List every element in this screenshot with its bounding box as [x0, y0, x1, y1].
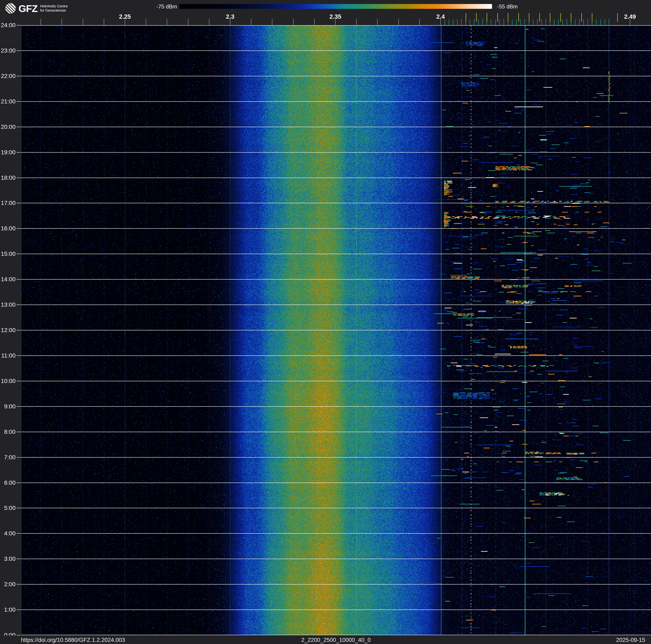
ble-channel-tick [453, 19, 454, 25]
time-axis-label: 12:00 [0, 327, 16, 333]
ble-channel-tick [575, 19, 576, 25]
gfz-subtitle-line1: Helmholtz Centre [40, 4, 68, 8]
time-axis-tick [17, 330, 21, 330]
time-axis-tick [17, 355, 21, 356]
time-axis-tick [17, 51, 21, 51]
freq-tick [356, 19, 356, 25]
freq-tick [630, 19, 630, 25]
ble-channel-tick [596, 19, 596, 25]
time-axis-tick [17, 101, 21, 102]
time-axis-label: 4:00 [0, 530, 16, 536]
ble-channel-tick [520, 19, 521, 25]
wifi-channel-tick [560, 13, 561, 22]
ble-channel-tick [609, 19, 609, 25]
wifi-channel-tick [539, 13, 540, 22]
wifi-channel-tick [571, 13, 571, 22]
time-axis-tick [17, 304, 21, 305]
gfz-acronym: GFZ [19, 4, 38, 13]
time-axis-tick [17, 381, 21, 381]
time-axis-tick [17, 482, 21, 483]
dataset-filename: 2_2200_2500_10000_40_0 [21, 637, 651, 643]
freq-tick [420, 19, 420, 25]
time-axis-tick [17, 508, 21, 508]
gfz-logo-icon [5, 3, 16, 14]
gfz-brand: GFZ Helmholtz Centre for Geosciences [5, 3, 68, 14]
time-axis-label: 9:00 [0, 403, 16, 410]
time-axis-label: 15:00 [0, 251, 16, 257]
freq-tick [335, 19, 336, 25]
time-axis-tick [17, 533, 21, 534]
time-axis-label: 18:00 [0, 175, 16, 181]
ble-channel-tick [525, 19, 525, 25]
ble-channel-tick [541, 19, 542, 25]
time-axis-tick [17, 203, 21, 203]
time-axis-label: 16:00 [0, 225, 16, 232]
date-label: 2025-09-15 [616, 637, 645, 643]
wifi-channel-tick [497, 13, 498, 22]
freq-tick [398, 19, 399, 25]
freq-tick [377, 19, 378, 25]
freq-tick [167, 19, 167, 25]
ble-channel-tick [503, 19, 504, 25]
wifi-channel-tick [487, 13, 487, 22]
wifi-channel-tick [508, 13, 508, 22]
wifi-channel-tick [476, 13, 477, 22]
time-axis-label: 1:00 [0, 607, 16, 613]
power-colorbar [179, 4, 492, 9]
spectrogram-page: GFZ Helmholtz Centre for Geosciences -75… [0, 0, 651, 644]
freq-tick [62, 19, 62, 25]
time-axis-label: 3:00 [0, 556, 16, 562]
time-axis-label: 23:00 [0, 48, 16, 54]
time-axis-tick [17, 406, 21, 407]
time-axis-label: 11:00 [0, 352, 16, 359]
ble-channel-tick [457, 19, 458, 25]
status-bar: https://doi.org/10.5880/GFZ.1.2.2024.003… [0, 636, 651, 644]
gfz-subtitle: Helmholtz Centre for Geosciences [40, 4, 68, 13]
ble-channel-tick [512, 19, 513, 25]
ble-channel-tick [600, 19, 601, 25]
wifi-channel-tick [518, 13, 519, 22]
time-axis-tick [17, 228, 21, 229]
freq-tick [188, 19, 188, 25]
wifi-channel-tick [617, 13, 618, 22]
ble-channel-tick [546, 19, 546, 25]
freq-tick [209, 19, 209, 25]
freq-tick [293, 19, 293, 25]
freq-tick [146, 19, 146, 25]
time-axis-label: 8:00 [0, 429, 16, 435]
ble-channel-tick [579, 19, 580, 25]
time-axis-label: 7:00 [0, 454, 16, 461]
ble-channel-tick [495, 19, 496, 25]
spectrogram-canvas [21, 25, 651, 635]
time-axis-tick [17, 152, 21, 153]
time-axis-label: 19:00 [0, 149, 16, 155]
ble-channel-tick [444, 19, 445, 25]
time-axis-label: 20:00 [0, 124, 16, 130]
ble-channel-tick [562, 19, 563, 25]
time-axis-label: 14:00 [0, 276, 16, 283]
freq-tick [125, 19, 125, 25]
ble-channel-tick [516, 19, 517, 25]
time-axis-tick [17, 254, 21, 254]
ble-channel-tick [474, 19, 474, 25]
ble-channel-tick [478, 19, 478, 25]
time-axis-tick [17, 584, 21, 585]
ble-channel-tick [533, 19, 533, 25]
gfz-subtitle-line2: for Geosciences [40, 8, 68, 12]
ble-channel-tick [483, 19, 483, 25]
freq-tick [230, 19, 230, 25]
freq-tick [314, 19, 315, 25]
time-axis-tick [17, 457, 21, 458]
time-axis-tick [17, 76, 21, 76]
time-axis-tick [17, 279, 21, 280]
ble-channel-tick [583, 19, 584, 25]
freq-tick [440, 19, 441, 25]
time-axis-tick [17, 178, 21, 178]
colorbar-min-label: -75 dBm [137, 4, 177, 9]
time-axis-tick [17, 25, 21, 25]
time-axis-tick [17, 559, 21, 559]
time-axis-tick [17, 610, 21, 610]
ble-channel-tick [566, 19, 567, 25]
time-axis-label: 5:00 [0, 505, 16, 511]
wifi-channel-tick [550, 13, 550, 22]
